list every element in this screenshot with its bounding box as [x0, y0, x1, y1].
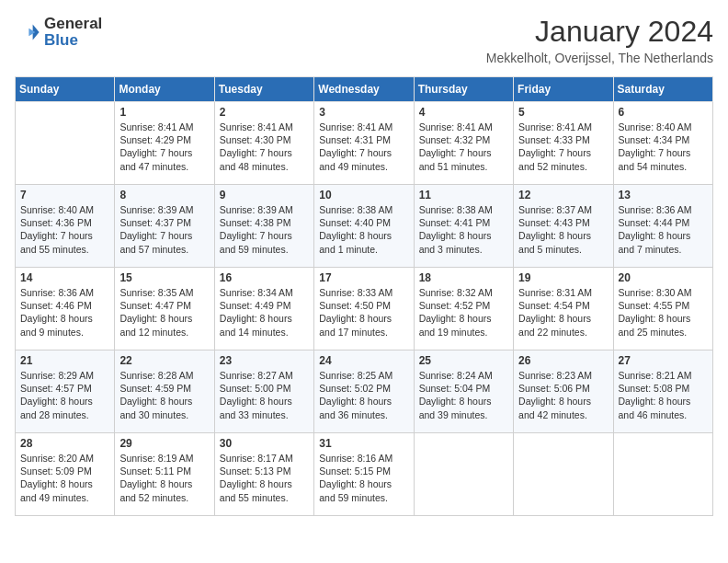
day-number: 21 — [20, 354, 109, 367]
cell-info-line: Sunset: 4:44 PM — [619, 216, 708, 229]
day-number: 16 — [220, 271, 309, 284]
cell-info-line: Daylight: 7 hours — [119, 229, 209, 242]
cell-info-line: Sunset: 4:52 PM — [419, 299, 508, 312]
cell-info-line: and 28 minutes. — [20, 408, 109, 421]
cell-info-line: and 49 minutes. — [319, 160, 408, 173]
cell-info-line: Sunset: 5:11 PM — [119, 465, 209, 477]
weekday-header-tuesday: Tuesday — [214, 77, 313, 102]
cell-info-line: Sunset: 4:29 PM — [119, 133, 209, 146]
calendar-cell: 30Sunrise: 8:17 AMSunset: 5:13 PMDayligh… — [214, 433, 313, 516]
logo-blue: Blue — [44, 31, 102, 50]
cell-info-line: and 12 minutes. — [119, 326, 209, 339]
cell-info-line: and 54 minutes. — [619, 160, 708, 173]
day-number: 29 — [119, 437, 209, 450]
day-number: 30 — [220, 437, 309, 450]
cell-info-line: Daylight: 8 hours — [119, 312, 209, 325]
calendar-cell: 7Sunrise: 8:40 AMSunset: 4:36 PMDaylight… — [16, 185, 115, 268]
cell-info-line: Sunset: 4:43 PM — [518, 216, 608, 229]
cell-info-line: Sunset: 4:32 PM — [419, 133, 508, 146]
cell-info-line: Sunset: 4:31 PM — [319, 133, 408, 146]
title-area: January 2024 Mekkelholt, Overijssel, The… — [486, 15, 713, 65]
location-title: Mekkelholt, Overijssel, The Netherlands — [486, 51, 713, 65]
cell-info-line: Sunset: 4:36 PM — [20, 216, 109, 229]
cell-info-line: Sunrise: 8:34 AM — [220, 286, 309, 299]
cell-info-line: Sunrise: 8:38 AM — [319, 203, 408, 216]
cell-info-line: Sunrise: 8:41 AM — [220, 121, 309, 133]
cell-info-line: Sunrise: 8:32 AM — [419, 286, 508, 299]
cell-info-line: and 33 minutes. — [220, 408, 309, 421]
cell-info-line: Daylight: 7 hours — [220, 229, 309, 242]
calendar-cell: 4Sunrise: 8:41 AMSunset: 4:32 PMDaylight… — [414, 102, 513, 185]
logo-general: General — [44, 15, 102, 33]
cell-info-line: Sunrise: 8:28 AM — [119, 369, 209, 382]
calendar-cell: 17Sunrise: 8:33 AMSunset: 4:50 PMDayligh… — [314, 268, 414, 350]
cell-info-line: Sunrise: 8:16 AM — [319, 452, 408, 465]
cell-info-line: Sunrise: 8:24 AM — [419, 369, 508, 382]
cell-info-line: Daylight: 8 hours — [619, 395, 708, 408]
calendar-cell — [414, 433, 513, 516]
cell-info-line: Daylight: 8 hours — [619, 312, 708, 325]
cell-info-line: Daylight: 8 hours — [518, 395, 608, 408]
cell-info-line: Sunrise: 8:39 AM — [119, 203, 209, 216]
cell-info-line: Sunset: 4:57 PM — [20, 382, 109, 395]
calendar-cell: 5Sunrise: 8:41 AMSunset: 4:33 PMDaylight… — [514, 102, 613, 185]
calendar-cell: 16Sunrise: 8:34 AMSunset: 4:49 PMDayligh… — [214, 268, 313, 350]
calendar-cell: 19Sunrise: 8:31 AMSunset: 4:54 PMDayligh… — [514, 268, 613, 350]
logo: General Blue — [15, 15, 102, 49]
cell-info-line: Sunset: 4:34 PM — [619, 133, 708, 146]
cell-info-line: and 17 minutes. — [319, 326, 408, 339]
cell-info-line: Sunrise: 8:17 AM — [220, 452, 309, 465]
day-number: 18 — [419, 271, 508, 284]
cell-info-line: Daylight: 8 hours — [220, 312, 309, 325]
cell-info-line: Sunrise: 8:37 AM — [518, 203, 608, 216]
day-number: 6 — [619, 106, 708, 119]
cell-info-line: and 52 minutes. — [119, 491, 209, 504]
cell-info-line: Sunset: 4:54 PM — [518, 299, 608, 312]
day-number: 24 — [319, 354, 408, 367]
logo-icon — [15, 19, 40, 45]
day-number: 8 — [119, 189, 209, 201]
cell-info-line: Daylight: 8 hours — [319, 229, 408, 242]
weekday-header-thursday: Thursday — [414, 77, 513, 102]
cell-info-line: Daylight: 7 hours — [518, 146, 608, 159]
cell-info-line: Sunrise: 8:35 AM — [119, 286, 209, 299]
day-number: 17 — [319, 271, 408, 284]
cell-info-line: Sunrise: 8:19 AM — [119, 452, 209, 465]
cell-info-line: and 9 minutes. — [20, 326, 109, 339]
cell-info-line: Sunset: 5:13 PM — [220, 465, 309, 477]
cell-info-line: Daylight: 7 hours — [119, 146, 209, 159]
cell-info-line: Sunrise: 8:36 AM — [619, 203, 708, 216]
cell-info-line: and 14 minutes. — [220, 326, 309, 339]
cell-info-line: Sunrise: 8:20 AM — [20, 452, 109, 465]
cell-info-line: Sunset: 4:47 PM — [119, 299, 209, 312]
calendar-cell: 18Sunrise: 8:32 AMSunset: 4:52 PMDayligh… — [414, 268, 513, 350]
weekday-header-saturday: Saturday — [613, 77, 712, 102]
cell-info-line: Daylight: 7 hours — [319, 146, 408, 159]
calendar-cell — [16, 102, 115, 185]
cell-info-line: and 48 minutes. — [220, 160, 309, 173]
calendar-cell: 28Sunrise: 8:20 AMSunset: 5:09 PMDayligh… — [16, 433, 115, 516]
cell-info-line: Sunrise: 8:40 AM — [20, 203, 109, 216]
cell-info-line: Sunset: 4:55 PM — [619, 299, 708, 312]
calendar-cell: 27Sunrise: 8:21 AMSunset: 5:08 PMDayligh… — [613, 350, 712, 433]
cell-info-line: Sunrise: 8:25 AM — [319, 369, 408, 382]
calendar-cell: 1Sunrise: 8:41 AMSunset: 4:29 PMDaylight… — [115, 102, 214, 185]
cell-info-line: and 36 minutes. — [319, 408, 408, 421]
calendar-cell: 9Sunrise: 8:39 AMSunset: 4:38 PMDaylight… — [214, 185, 313, 268]
cell-info-line: and 3 minutes. — [419, 243, 508, 256]
calendar-cell: 6Sunrise: 8:40 AMSunset: 4:34 PMDaylight… — [613, 102, 712, 185]
day-number: 10 — [319, 189, 408, 201]
cell-info-line: Daylight: 7 hours — [20, 229, 109, 242]
cell-info-line: Sunrise: 8:39 AM — [220, 203, 309, 216]
day-number: 31 — [319, 437, 408, 450]
day-number: 19 — [518, 271, 608, 284]
cell-info-line: Sunset: 4:40 PM — [319, 216, 408, 229]
day-number: 14 — [20, 271, 109, 284]
cell-info-line: and 51 minutes. — [419, 160, 508, 173]
calendar-cell: 21Sunrise: 8:29 AMSunset: 4:57 PMDayligh… — [16, 350, 115, 433]
weekday-header-monday: Monday — [115, 77, 214, 102]
cell-info-line: Sunrise: 8:31 AM — [518, 286, 608, 299]
cell-info-line: Sunset: 5:04 PM — [419, 382, 508, 395]
weekday-header-row: SundayMondayTuesdayWednesdayThursdayFrid… — [16, 77, 713, 102]
calendar-cell: 12Sunrise: 8:37 AMSunset: 4:43 PMDayligh… — [514, 185, 613, 268]
